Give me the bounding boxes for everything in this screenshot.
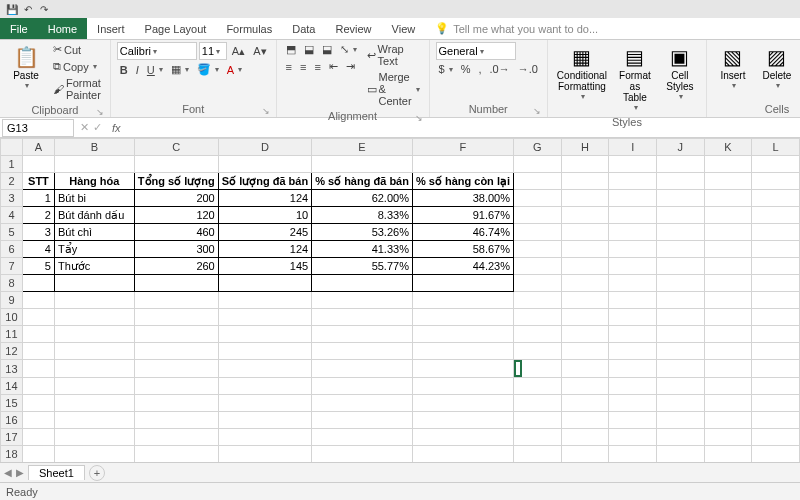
cell-H4[interactable] <box>561 207 609 224</box>
cell-L1[interactable] <box>752 156 800 173</box>
cell-J1[interactable] <box>656 156 704 173</box>
cell-K5[interactable] <box>704 224 752 241</box>
col-header-K[interactable]: K <box>704 139 752 156</box>
cell-A2[interactable]: STT <box>22 173 54 190</box>
cell-A13[interactable] <box>22 360 54 378</box>
cell-A11[interactable] <box>22 326 54 343</box>
clipboard-dialog-icon[interactable]: ↘ <box>96 107 104 117</box>
cell-D9[interactable] <box>218 292 311 309</box>
currency-button[interactable]: $▾ <box>436 62 456 76</box>
col-header-F[interactable]: F <box>412 139 513 156</box>
cell-D12[interactable] <box>218 343 311 360</box>
cell-A7[interactable]: 5 <box>22 258 54 275</box>
cell-D14[interactable] <box>218 378 311 395</box>
cell-D10[interactable] <box>218 309 311 326</box>
cell-K12[interactable] <box>704 343 752 360</box>
cell-B16[interactable] <box>54 412 134 429</box>
tell-me-search[interactable]: 💡Tell me what you want to do... <box>425 18 608 39</box>
cell-styles-button[interactable]: ▣Cell Styles▾ <box>660 42 700 103</box>
cell-E2[interactable]: % số hàng đã bán <box>312 173 413 190</box>
cell-D1[interactable] <box>218 156 311 173</box>
cell-G18[interactable] <box>514 446 562 463</box>
cell-L2[interactable] <box>752 173 800 190</box>
cell-I12[interactable] <box>609 343 657 360</box>
cell-J12[interactable] <box>656 343 704 360</box>
font-color-button[interactable]: A▾ <box>224 63 245 77</box>
redo-icon[interactable]: ↷ <box>38 3 50 15</box>
cell-K1[interactable] <box>704 156 752 173</box>
col-header-H[interactable]: H <box>561 139 609 156</box>
cell-D2[interactable]: Số lượng đã bán <box>218 173 311 190</box>
cell-E14[interactable] <box>312 378 413 395</box>
cell-B5[interactable]: Bút chì <box>54 224 134 241</box>
cell-E17[interactable] <box>312 429 413 446</box>
cell-L5[interactable] <box>752 224 800 241</box>
cell-K18[interactable] <box>704 446 752 463</box>
cell-E5[interactable]: 53.26% <box>312 224 413 241</box>
cell-L12[interactable] <box>752 343 800 360</box>
cell-G17[interactable] <box>514 429 562 446</box>
cell-J8[interactable] <box>656 275 704 292</box>
cell-J10[interactable] <box>656 309 704 326</box>
cell-G9[interactable] <box>514 292 562 309</box>
sheet-tab-1[interactable]: Sheet1 <box>28 465 85 480</box>
cell-A12[interactable] <box>22 343 54 360</box>
cell-J14[interactable] <box>656 378 704 395</box>
insert-cells-button[interactable]: ▧Insert▾ <box>713 42 753 92</box>
tab-file[interactable]: File <box>0 18 38 39</box>
cell-B11[interactable] <box>54 326 134 343</box>
cell-L15[interactable] <box>752 395 800 412</box>
cell-A16[interactable] <box>22 412 54 429</box>
cell-L18[interactable] <box>752 446 800 463</box>
cell-E4[interactable]: 8.33% <box>312 207 413 224</box>
cell-E11[interactable] <box>312 326 413 343</box>
cell-L4[interactable] <box>752 207 800 224</box>
row-header-17[interactable]: 17 <box>1 429 23 446</box>
row-header-11[interactable]: 11 <box>1 326 23 343</box>
row-header-16[interactable]: 16 <box>1 412 23 429</box>
cell-F8[interactable] <box>412 275 513 292</box>
cell-E13[interactable] <box>312 360 413 378</box>
cell-K9[interactable] <box>704 292 752 309</box>
cell-E8[interactable] <box>312 275 413 292</box>
col-header-J[interactable]: J <box>656 139 704 156</box>
tab-data[interactable]: Data <box>282 18 325 39</box>
cell-A4[interactable]: 2 <box>22 207 54 224</box>
cell-A18[interactable] <box>22 446 54 463</box>
sheet-nav-prev[interactable]: ◀ <box>4 467 12 478</box>
font-dialog-icon[interactable]: ↘ <box>262 106 270 116</box>
cell-F14[interactable] <box>412 378 513 395</box>
cell-K14[interactable] <box>704 378 752 395</box>
col-header-I[interactable]: I <box>609 139 657 156</box>
cell-J6[interactable] <box>656 241 704 258</box>
row-header-7[interactable]: 7 <box>1 258 23 275</box>
cell-J13[interactable] <box>656 360 704 378</box>
cell-A8[interactable] <box>22 275 54 292</box>
cell-B1[interactable] <box>54 156 134 173</box>
cell-F7[interactable]: 44.23% <box>412 258 513 275</box>
tab-review[interactable]: Review <box>325 18 381 39</box>
cell-K11[interactable] <box>704 326 752 343</box>
cell-F2[interactable]: % số hàng còn lại <box>412 173 513 190</box>
cell-H6[interactable] <box>561 241 609 258</box>
cell-G12[interactable] <box>514 343 562 360</box>
border-button[interactable]: ▦▾ <box>168 62 192 77</box>
cell-J15[interactable] <box>656 395 704 412</box>
cell-C6[interactable]: 300 <box>134 241 218 258</box>
save-icon[interactable]: 💾 <box>6 3 18 15</box>
cell-K17[interactable] <box>704 429 752 446</box>
cell-C15[interactable] <box>134 395 218 412</box>
cell-C13[interactable] <box>134 360 218 378</box>
cell-B8[interactable] <box>54 275 134 292</box>
cell-G13[interactable] <box>514 360 522 377</box>
cell-B13[interactable] <box>54 360 134 378</box>
cell-G5[interactable] <box>514 224 562 241</box>
cell-E1[interactable] <box>312 156 413 173</box>
comma-button[interactable]: , <box>475 62 484 76</box>
alignment-dialog-icon[interactable]: ↘ <box>415 113 423 123</box>
copy-button[interactable]: ⧉Copy▾ <box>50 59 104 74</box>
decrease-decimal-button[interactable]: →.0 <box>515 62 541 76</box>
cell-D7[interactable]: 145 <box>218 258 311 275</box>
cell-G15[interactable] <box>514 395 562 412</box>
cell-C9[interactable] <box>134 292 218 309</box>
